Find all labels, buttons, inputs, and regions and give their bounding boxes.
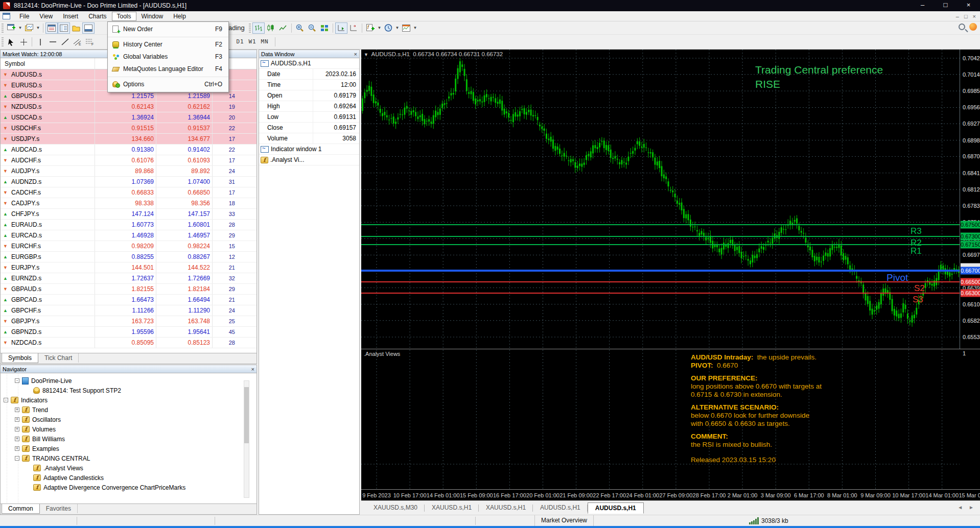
navigator-tree-item[interactable]: Volumes <box>1 424 256 434</box>
market-watch-row[interactable]: CADJPY.s 98.338 98.356 18 <box>1 198 256 209</box>
child-minimize-button[interactable]: – <box>956 13 959 19</box>
close-icon[interactable]: × <box>354 52 357 57</box>
new-chart-button[interactable] <box>5 22 17 34</box>
templates-dropdown-arrow[interactable]: ▼ <box>412 22 418 34</box>
tree-expander-icon[interactable] <box>15 407 19 412</box>
menu-item[interactable]: View <box>34 12 58 21</box>
indicator-sub-window[interactable]: .Analyst Views 1 AUD/USD Intraday: the u… <box>361 349 980 489</box>
market-watch-row[interactable]: USDJPY.s 134.660 134.677 17 <box>1 134 256 145</box>
tabs-scroll-left-icon[interactable]: ◄ <box>958 505 963 510</box>
menu-item[interactable]: Insert <box>58 12 83 21</box>
market-watch-row[interactable]: NZDUSD.s 0.62143 0.62162 19 <box>1 102 256 112</box>
navigator-tree-item[interactable]: .Analyst Views <box>1 463 256 473</box>
navigator-scrollbar[interactable] <box>244 380 249 498</box>
market-watch-row[interactable]: GBPJPY.s 163.723 163.748 25 <box>1 316 256 327</box>
chart-shift-button[interactable] <box>347 22 360 34</box>
tree-expander-icon[interactable] <box>15 417 19 422</box>
navigator-tree-item[interactable]: 8812414: Test Support STP2 <box>1 386 256 395</box>
menu-item[interactable]: Window <box>136 12 169 21</box>
market-watch-tab[interactable]: Tick Chart <box>38 353 79 363</box>
indicators-dropdown-arrow[interactable]: ▼ <box>377 22 382 34</box>
minimize-button[interactable]: – <box>911 0 934 11</box>
tabs-scroll-right-icon[interactable]: ► <box>969 505 974 510</box>
indicators-button[interactable]: f <box>364 22 377 34</box>
market-watch-row[interactable]: AUDNZD.s 1.07369 1.07400 31 <box>1 177 256 187</box>
zoom-in-button[interactable] <box>294 22 306 34</box>
periods-dropdown-arrow[interactable]: ▼ <box>394 22 400 34</box>
menu-option[interactable]: Global Variables F3 <box>108 51 228 63</box>
tree-expander-icon[interactable] <box>4 398 8 402</box>
market-watch-row[interactable]: CADCHF.s 0.66833 0.66850 17 <box>1 187 256 198</box>
tree-expander-icon[interactable] <box>15 456 19 461</box>
periods-button[interactable] <box>382 22 394 34</box>
tree-expander-icon[interactable] <box>15 446 19 451</box>
timeframe-d1-button[interactable]: D1 <box>234 37 246 46</box>
timeframe-w1-button[interactable]: W1 <box>246 37 259 46</box>
close-button[interactable]: × <box>957 0 980 11</box>
search-icon[interactable] <box>959 23 965 30</box>
scrollbar-thumb[interactable] <box>244 387 249 443</box>
candlestick-chart-button[interactable] <box>265 22 277 34</box>
market-watch-row[interactable]: EURGBP.s 0.88255 0.88267 12 <box>1 252 256 262</box>
timeframe-mn-button[interactable]: MN <box>259 37 271 46</box>
market-watch-row[interactable]: EURCAD.s 1.46928 1.46957 29 <box>1 230 256 241</box>
market-watch-row[interactable]: EURCHF.s 0.98209 0.98224 15 <box>1 241 256 252</box>
navigator-tab[interactable]: Favorites <box>40 504 78 513</box>
profiles-button[interactable] <box>23 22 35 34</box>
autotrading-button-partial[interactable]: ading <box>228 23 245 33</box>
close-icon[interactable]: × <box>251 367 254 372</box>
market-overview-cell[interactable]: Market Overview <box>534 515 594 526</box>
chart-tab[interactable]: XAUUSD.s,H1 <box>479 502 533 514</box>
navigator-tree-item[interactable]: TRADING CENTRAL <box>1 453 256 463</box>
navigator-tree-item[interactable]: DooPrime-Live <box>1 376 256 386</box>
market-watch-row[interactable]: AUDCHF.s 0.61076 0.61093 17 <box>1 155 256 166</box>
maximize-button[interactable]: □ <box>934 0 957 11</box>
market-watch-row[interactable]: GBPUSD.s 1.21575 1.21589 14 <box>1 91 256 102</box>
navigator-tree-item[interactable]: Adaptive Candlesticks <box>1 473 256 483</box>
market-watch-tab[interactable]: Symbols <box>2 353 38 363</box>
child-close-button[interactable]: × <box>973 13 976 19</box>
zoom-out-button[interactable] <box>306 22 318 34</box>
toolbar-grip[interactable] <box>2 37 4 46</box>
line-chart-button[interactable] <box>277 22 289 34</box>
fibonacci-tool-button[interactable]: F <box>83 36 96 47</box>
vertical-line-tool-button[interactable] <box>34 36 46 47</box>
market-watch-row[interactable]: GBPCHF.s 1.11266 1.11290 24 <box>1 305 256 316</box>
price-axis[interactable]: 0.704250.701400.698500.695600.692750.689… <box>960 50 980 349</box>
navigator-tree-item[interactable]: Bill Williams <box>1 434 256 444</box>
equidistant-channel-tool-button[interactable]: E <box>71 36 83 47</box>
main-chart-plot[interactable]: ▼ AUDUSD.s,H1 0.66734 0.66734 0.66731 0.… <box>361 50 960 349</box>
tile-windows-button[interactable] <box>318 22 331 34</box>
market-watch-row[interactable]: NZDCAD.s 0.85095 0.85123 28 <box>1 338 256 348</box>
auto-scroll-button[interactable] <box>335 22 347 34</box>
market-watch-toggle-button[interactable] <box>45 22 58 34</box>
trendline-tool-button[interactable] <box>59 36 71 47</box>
navigator-tree-item[interactable]: Examples <box>1 444 256 453</box>
market-watch-row[interactable]: AUDCAD.s 0.91380 0.91402 22 <box>1 145 256 155</box>
market-watch-row[interactable]: GBPCAD.s 1.66473 1.66494 21 <box>1 295 256 305</box>
market-watch-row[interactable]: AUDJPY.s 89.868 89.892 24 <box>1 166 256 177</box>
market-watch-row[interactable]: EURNZD.s 1.72637 1.72669 32 <box>1 273 256 284</box>
menu-option[interactable]: History Center F2 <box>108 37 228 51</box>
chart-tab[interactable]: XAUUSD.s,M30 <box>366 502 425 514</box>
menu-option[interactable]: Options Ctrl+O <box>108 77 228 90</box>
history-folder-button[interactable] <box>70 22 82 34</box>
cursor-tool-button[interactable] <box>5 36 17 47</box>
child-restore-button[interactable]: □ <box>964 13 968 19</box>
market-watch-row[interactable]: GBPNZD.s 1.95596 1.95641 45 <box>1 327 256 338</box>
time-axis[interactable]: 9 Feb 202310 Feb 17:0014 Feb 01:0015 Feb… <box>361 489 980 500</box>
templates-button[interactable] <box>400 22 412 34</box>
navigator-tab[interactable]: Common <box>2 504 40 514</box>
toolbar-grip[interactable] <box>2 23 4 33</box>
new-chart-dropdown-arrow[interactable]: ▼ <box>17 22 23 34</box>
horizontal-line-tool-button[interactable] <box>46 36 59 47</box>
notification-icon[interactable] <box>969 23 977 31</box>
market-watch-row[interactable]: USDCHF.s 0.91515 0.91537 22 <box>1 123 256 134</box>
menu-item[interactable]: Tools <box>112 12 136 21</box>
tree-expander-icon[interactable] <box>15 378 19 383</box>
tree-expander-icon[interactable] <box>15 437 19 441</box>
market-watch-row[interactable]: GBPAUD.s 1.82155 1.82184 29 <box>1 284 256 295</box>
tree-expander-icon[interactable] <box>15 427 19 431</box>
navigator-tree-item[interactable]: Oscillators <box>1 415 256 424</box>
market-watch-row[interactable]: CHFJPY.s 147.124 147.157 33 <box>1 209 256 220</box>
